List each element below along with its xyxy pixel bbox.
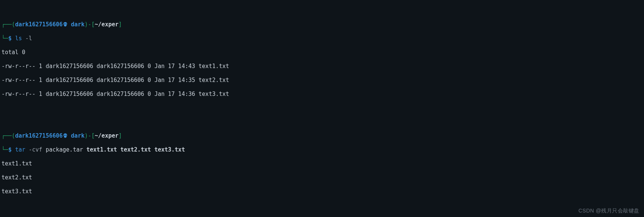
cmd-tar-files: text1.txt text2.txt text3.txt	[87, 146, 185, 153]
cmd-tar: tar	[15, 146, 25, 153]
cmd-tar-flags: -cvf	[29, 146, 42, 153]
prompt-sep2: ]	[118, 21, 122, 28]
prompt-lparen: (	[12, 21, 15, 28]
prompt-corner-top: ┌──	[2, 21, 12, 28]
prompt-sep1: -[	[88, 21, 95, 28]
watermark: CSDN @残月只会敲键盘	[579, 207, 639, 214]
ls-total: total 0	[2, 49, 642, 56]
cmd-tar-archive: package.tar	[46, 146, 83, 153]
tar-output: text1.txt	[2, 160, 642, 167]
prompt-corner-bot: └─	[2, 35, 8, 42]
ls-row: -rw-r--r-- 1 dark1627156606 dark16271566…	[2, 63, 642, 70]
ls-row: -rw-r--r-- 1 dark1627156606 dark16271566…	[2, 77, 642, 84]
tar-output: text3.txt	[2, 188, 642, 195]
terminal[interactable]: ┌──(dark1627156606 dark)-[~/exper] └─$ l…	[0, 0, 644, 217]
cmd-ls-args: -l	[25, 35, 32, 42]
prompt-rparen: )	[85, 21, 88, 28]
skull-icon	[63, 133, 68, 138]
ls-row: -rw-r--r-- 1 dark1627156606 dark16271566…	[2, 91, 642, 98]
tar-output: text2.txt	[2, 174, 642, 181]
prompt-path: ~/exper	[95, 21, 118, 28]
prompt-host: dark	[71, 21, 85, 28]
prompt-symbol: $	[8, 35, 12, 42]
skull-icon	[63, 22, 68, 27]
prompt-user: dark1627156606	[15, 21, 62, 28]
cmd-ls: ls	[15, 35, 22, 42]
